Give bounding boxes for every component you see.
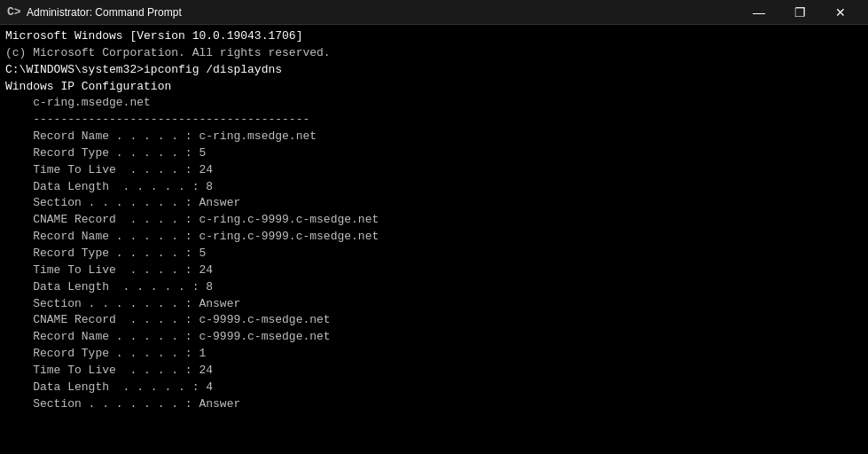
terminal-line: C:\WINDOWS\system32>ipconfig /displaydns [5,62,863,79]
maximize-button[interactable]: ❐ [779,0,820,25]
terminal-line: Record Type . . . . . : 5 [5,145,863,162]
title-bar: C> Administrator: Command Prompt — ❐ ✕ [0,0,868,25]
cmd-icon: C> [7,5,21,20]
terminal-line: Time To Live . . . . : 24 [5,162,863,179]
terminal-line: Record Name . . . . . : c-ring.c-9999.c-… [5,229,863,246]
terminal-line: Time To Live . . . . : 24 [5,262,863,279]
window-controls: — ❐ ✕ [739,0,861,25]
terminal-line: CNAME Record . . . . : c-ring.c-9999.c-m… [5,212,863,229]
terminal-content: Microsoft Windows [Version 10.0.19043.17… [0,25,868,454]
terminal-line: Data Length . . . . . : 8 [5,279,863,296]
terminal-line: Record Name . . . . . : c-9999.c-msedge.… [5,329,863,346]
title-bar-text: Administrator: Command Prompt [27,6,739,19]
terminal-line: Record Type . . . . . : 5 [5,246,863,262]
terminal-line: (c) Microsoft Corporation. All rights re… [5,45,863,62]
terminal-line: c-ring.msedge.net [5,95,863,112]
terminal-line: Record Name . . . . . : c-ring.msedge.ne… [5,129,863,145]
cmd-window: C> Administrator: Command Prompt — ❐ ✕ M… [0,0,868,454]
terminal-line: Data Length . . . . . : 4 [5,380,863,396]
terminal-line: CNAME Record . . . . : c-9999.c-msedge.n… [5,312,863,329]
terminal-line: Windows IP Configuration [5,79,863,96]
terminal-line: ---------------------------------------- [5,112,863,129]
terminal-line: Record Type . . . . . : 1 [5,346,863,363]
close-button[interactable]: ✕ [820,0,861,25]
minimize-button[interactable]: — [739,0,779,25]
terminal-line: Section . . . . . . . : Answer [5,396,863,413]
terminal-line: Time To Live . . . . : 24 [5,363,863,380]
terminal-line: Microsoft Windows [Version 10.0.19043.17… [5,28,863,45]
terminal-line: Data Length . . . . . : 8 [5,179,863,196]
terminal-line: Section . . . . . . . : Answer [5,296,863,313]
terminal-line: Section . . . . . . . : Answer [5,195,863,212]
